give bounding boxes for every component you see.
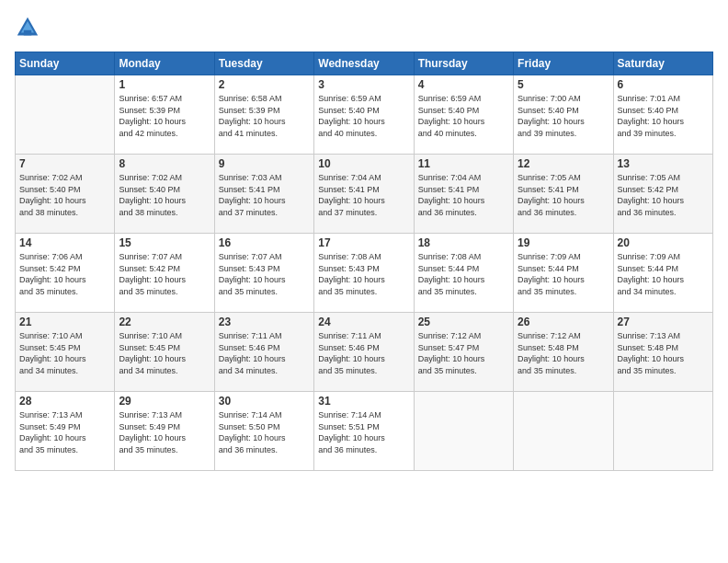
day-info: Sunrise: 7:04 AM Sunset: 5:41 PM Dayligh… <box>418 172 509 218</box>
day-number: 26 <box>518 316 609 328</box>
day-info: Sunrise: 7:11 AM Sunset: 5:46 PM Dayligh… <box>318 330 409 376</box>
day-info: Sunrise: 7:00 AM Sunset: 5:40 PM Dayligh… <box>518 93 609 139</box>
day-number: 25 <box>418 316 509 328</box>
day-number: 16 <box>219 236 310 249</box>
weekday-header-sunday: Sunday <box>16 52 115 75</box>
day-info: Sunrise: 7:02 AM Sunset: 5:40 PM Dayligh… <box>19 172 110 218</box>
day-number: 9 <box>219 157 310 170</box>
day-info: Sunrise: 7:11 AM Sunset: 5:46 PM Dayligh… <box>219 330 310 376</box>
calendar-cell: 19Sunrise: 7:09 AM Sunset: 5:44 PM Dayli… <box>514 234 613 313</box>
calendar-week-3: 14Sunrise: 7:06 AM Sunset: 5:42 PM Dayli… <box>16 234 713 313</box>
day-number: 12 <box>518 157 609 170</box>
weekday-header-friday: Friday <box>514 52 613 75</box>
svg-rect-2 <box>24 30 31 36</box>
day-number: 15 <box>119 236 210 249</box>
day-number: 18 <box>418 236 509 249</box>
weekday-header-monday: Monday <box>115 52 214 75</box>
weekday-header-wednesday: Wednesday <box>314 52 414 75</box>
calendar-cell: 13Sunrise: 7:05 AM Sunset: 5:42 PM Dayli… <box>613 155 712 234</box>
calendar-cell: 14Sunrise: 7:06 AM Sunset: 5:42 PM Dayli… <box>16 234 115 313</box>
day-number: 13 <box>618 157 709 170</box>
day-info: Sunrise: 7:06 AM Sunset: 5:42 PM Dayligh… <box>19 251 110 297</box>
calendar-cell: 8Sunrise: 7:02 AM Sunset: 5:40 PM Daylig… <box>115 155 214 234</box>
calendar-cell: 3Sunrise: 6:59 AM Sunset: 5:40 PM Daylig… <box>314 75 414 155</box>
calendar-cell: 2Sunrise: 6:58 AM Sunset: 5:39 PM Daylig… <box>214 75 313 155</box>
day-number: 28 <box>19 395 110 408</box>
day-number: 6 <box>618 78 709 91</box>
calendar-cell: 17Sunrise: 7:08 AM Sunset: 5:43 PM Dayli… <box>314 234 414 313</box>
calendar-cell: 16Sunrise: 7:07 AM Sunset: 5:43 PM Dayli… <box>214 234 313 313</box>
day-info: Sunrise: 7:13 AM Sunset: 5:48 PM Dayligh… <box>618 330 709 376</box>
calendar-week-4: 21Sunrise: 7:10 AM Sunset: 5:45 PM Dayli… <box>16 313 713 392</box>
calendar-cell: 23Sunrise: 7:11 AM Sunset: 5:46 PM Dayli… <box>214 313 313 392</box>
calendar-cell: 30Sunrise: 7:14 AM Sunset: 5:50 PM Dayli… <box>214 392 313 471</box>
logo-icon <box>15 15 40 40</box>
logo <box>15 15 44 40</box>
calendar-cell: 10Sunrise: 7:04 AM Sunset: 5:41 PM Dayli… <box>314 155 414 234</box>
day-info: Sunrise: 7:08 AM Sunset: 5:43 PM Dayligh… <box>318 251 409 297</box>
calendar-week-2: 7Sunrise: 7:02 AM Sunset: 5:40 PM Daylig… <box>16 155 713 234</box>
calendar-cell: 12Sunrise: 7:05 AM Sunset: 5:41 PM Dayli… <box>514 155 613 234</box>
calendar-table: SundayMondayTuesdayWednesdayThursdayFrid… <box>15 52 713 471</box>
day-number: 1 <box>119 78 210 91</box>
calendar-cell: 15Sunrise: 7:07 AM Sunset: 5:42 PM Dayli… <box>115 234 214 313</box>
day-number: 30 <box>219 395 310 408</box>
day-info: Sunrise: 7:13 AM Sunset: 5:49 PM Dayligh… <box>119 409 210 455</box>
calendar-cell: 31Sunrise: 7:14 AM Sunset: 5:51 PM Dayli… <box>314 392 414 471</box>
calendar-cell <box>16 75 115 155</box>
calendar-cell <box>613 392 712 471</box>
calendar-cell: 25Sunrise: 7:12 AM Sunset: 5:47 PM Dayli… <box>414 313 513 392</box>
day-number: 14 <box>19 236 110 249</box>
calendar-cell: 1Sunrise: 6:57 AM Sunset: 5:39 PM Daylig… <box>115 75 214 155</box>
weekday-header-row: SundayMondayTuesdayWednesdayThursdayFrid… <box>16 52 713 75</box>
weekday-header-saturday: Saturday <box>613 52 712 75</box>
day-info: Sunrise: 7:10 AM Sunset: 5:45 PM Dayligh… <box>119 330 210 376</box>
day-info: Sunrise: 7:09 AM Sunset: 5:44 PM Dayligh… <box>518 251 609 297</box>
day-info: Sunrise: 7:12 AM Sunset: 5:48 PM Dayligh… <box>518 330 609 376</box>
day-info: Sunrise: 6:59 AM Sunset: 5:40 PM Dayligh… <box>418 93 509 139</box>
calendar-cell: 20Sunrise: 7:09 AM Sunset: 5:44 PM Dayli… <box>613 234 712 313</box>
day-number: 23 <box>219 316 310 328</box>
day-info: Sunrise: 7:04 AM Sunset: 5:41 PM Dayligh… <box>318 172 409 218</box>
calendar-week-1: 1Sunrise: 6:57 AM Sunset: 5:39 PM Daylig… <box>16 75 713 155</box>
day-number: 2 <box>219 78 310 91</box>
calendar-cell: 28Sunrise: 7:13 AM Sunset: 5:49 PM Dayli… <box>16 392 115 471</box>
weekday-header-thursday: Thursday <box>414 52 513 75</box>
day-number: 7 <box>19 157 110 170</box>
day-info: Sunrise: 7:02 AM Sunset: 5:40 PM Dayligh… <box>119 172 210 218</box>
calendar-cell: 18Sunrise: 7:08 AM Sunset: 5:44 PM Dayli… <box>414 234 513 313</box>
day-number: 5 <box>518 78 609 91</box>
day-info: Sunrise: 7:07 AM Sunset: 5:43 PM Dayligh… <box>219 251 310 297</box>
day-number: 29 <box>119 395 210 408</box>
day-number: 10 <box>318 157 409 170</box>
day-info: Sunrise: 7:12 AM Sunset: 5:47 PM Dayligh… <box>418 330 509 376</box>
day-info: Sunrise: 6:58 AM Sunset: 5:39 PM Dayligh… <box>219 93 310 139</box>
calendar-cell: 22Sunrise: 7:10 AM Sunset: 5:45 PM Dayli… <box>115 313 214 392</box>
day-info: Sunrise: 7:13 AM Sunset: 5:49 PM Dayligh… <box>19 409 110 455</box>
calendar-cell <box>414 392 513 471</box>
calendar-cell: 7Sunrise: 7:02 AM Sunset: 5:40 PM Daylig… <box>16 155 115 234</box>
day-number: 20 <box>618 236 709 249</box>
day-info: Sunrise: 7:08 AM Sunset: 5:44 PM Dayligh… <box>418 251 509 297</box>
day-number: 8 <box>119 157 210 170</box>
calendar-cell: 9Sunrise: 7:03 AM Sunset: 5:41 PM Daylig… <box>214 155 313 234</box>
day-number: 21 <box>19 316 110 328</box>
day-number: 22 <box>119 316 210 328</box>
day-info: Sunrise: 7:10 AM Sunset: 5:45 PM Dayligh… <box>19 330 110 376</box>
calendar-cell <box>514 392 613 471</box>
day-number: 17 <box>318 236 409 249</box>
day-number: 24 <box>318 316 409 328</box>
day-info: Sunrise: 7:05 AM Sunset: 5:41 PM Dayligh… <box>518 172 609 218</box>
day-info: Sunrise: 6:59 AM Sunset: 5:40 PM Dayligh… <box>318 93 409 139</box>
day-number: 11 <box>418 157 509 170</box>
day-info: Sunrise: 6:57 AM Sunset: 5:39 PM Dayligh… <box>119 93 210 139</box>
calendar-cell: 26Sunrise: 7:12 AM Sunset: 5:48 PM Dayli… <box>514 313 613 392</box>
calendar-cell: 21Sunrise: 7:10 AM Sunset: 5:45 PM Dayli… <box>16 313 115 392</box>
day-number: 4 <box>418 78 509 91</box>
calendar-week-5: 28Sunrise: 7:13 AM Sunset: 5:49 PM Dayli… <box>16 392 713 471</box>
day-number: 3 <box>318 78 409 91</box>
day-number: 31 <box>318 395 409 408</box>
day-info: Sunrise: 7:05 AM Sunset: 5:42 PM Dayligh… <box>618 172 709 218</box>
day-info: Sunrise: 7:07 AM Sunset: 5:42 PM Dayligh… <box>119 251 210 297</box>
calendar-cell: 11Sunrise: 7:04 AM Sunset: 5:41 PM Dayli… <box>414 155 513 234</box>
